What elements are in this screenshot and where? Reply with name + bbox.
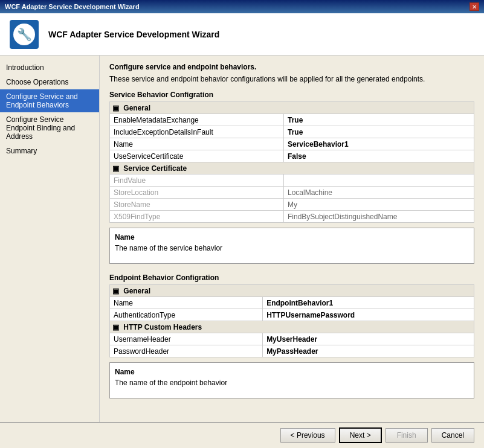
service-cert-label: Service Certificate bbox=[123, 164, 187, 173]
table-row: FindValue bbox=[110, 174, 474, 187]
next-button[interactable]: Next > bbox=[339, 427, 382, 443]
wizard-icon-inner: 🔧 bbox=[13, 24, 35, 45]
content-area: Introduction Choose Operations Configure… bbox=[0, 56, 484, 422]
table-row: AuthenticationType HTTPUsernamePassword bbox=[110, 309, 474, 321]
table-row: EnableMetadataExchange True bbox=[110, 114, 474, 126]
service-behavior-table: ▣ General EnableMetadataExchange True In… bbox=[109, 101, 474, 223]
endpoint-general-header: ▣ General bbox=[110, 285, 474, 297]
close-icon[interactable]: ✕ bbox=[469, 2, 479, 11]
header-title: WCF Adapter Service Development Wizard bbox=[48, 30, 219, 39]
endpoint-behavior-table: ▣ General Name EndpointBehavior1 Authent… bbox=[109, 284, 474, 357]
page-description: These service and endpoint behavior conf… bbox=[109, 75, 474, 83]
key-x509: X509FindType bbox=[110, 211, 284, 223]
endpoint-general-label: General bbox=[123, 287, 150, 295]
page-title: Configure service and endpoint behaviors… bbox=[109, 63, 474, 71]
header-bar: 🔧 WCF Adapter Service Development Wizard bbox=[0, 13, 484, 56]
key-password-header: PasswordHeader bbox=[110, 345, 263, 357]
http-headers-label: HTTP Custom Headers bbox=[123, 323, 202, 331]
service-cert-header: ▣ Service Certificate bbox=[110, 162, 474, 174]
finish-button[interactable]: Finish bbox=[386, 428, 428, 443]
sidebar: Introduction Choose Operations Configure… bbox=[0, 56, 100, 422]
service-behavior-label: Service Behavior Configration bbox=[109, 91, 474, 99]
service-info-title: Name bbox=[115, 233, 469, 242]
endpoint-info-box: Name The name of the endpoint behavior bbox=[109, 362, 474, 398]
table-row: Name EndpointBehavior1 bbox=[110, 297, 474, 309]
table-row: StoreName My bbox=[110, 199, 474, 211]
key-enable-metadata: EnableMetadataExchange bbox=[110, 114, 284, 126]
footer: < Previous Next > Finish Cancel bbox=[0, 422, 484, 448]
key-name-service: Name bbox=[110, 138, 284, 150]
previous-button[interactable]: < Previous bbox=[280, 428, 335, 443]
endpoint-info-text: The name of the endpoint behavior bbox=[115, 379, 469, 387]
collapse-icon[interactable]: ▣ bbox=[112, 104, 119, 112]
sidebar-item-summary[interactable]: Summary bbox=[0, 144, 99, 158]
sidebar-item-configure-endpoint[interactable]: Configure Service Endpoint Binding and A… bbox=[0, 112, 99, 144]
wizard-icon: 🔧 bbox=[10, 20, 39, 49]
val-include-exception: True bbox=[283, 126, 474, 138]
sidebar-item-configure-service[interactable]: Configure Service and Endpoint Behaviors bbox=[0, 89, 99, 112]
key-username-header: UsernameHeader bbox=[110, 333, 263, 345]
sidebar-item-choose-operations[interactable]: Choose Operations bbox=[0, 75, 99, 89]
table-row: StoreLocation LocalMachine bbox=[110, 187, 474, 199]
val-storelocation: LocalMachine bbox=[283, 187, 474, 199]
val-ep-name: EndpointBehavior1 bbox=[263, 297, 474, 309]
val-auth-type: HTTPUsernamePassword bbox=[263, 309, 474, 321]
val-username-header: MyUserHeader bbox=[263, 333, 474, 345]
endpoint-behavior-label: Endpoint Behavior Configration bbox=[109, 274, 474, 282]
main-content: Configure service and endpoint behaviors… bbox=[100, 56, 484, 422]
collapse-icon-http[interactable]: ▣ bbox=[112, 323, 119, 331]
sidebar-item-introduction[interactable]: Introduction bbox=[0, 60, 99, 75]
service-info-text: The name of the service behavior bbox=[115, 244, 469, 252]
service-general-label: General bbox=[123, 104, 150, 112]
title-bar: WCF Adapter Service Development Wizard ✕ bbox=[0, 0, 484, 13]
key-ep-name: Name bbox=[110, 297, 263, 309]
table-row: IncludeExceptionDetailsInFault True bbox=[110, 126, 474, 138]
val-name-service: ServiceBehavior1 bbox=[283, 138, 474, 150]
key-storelocation: StoreLocation bbox=[110, 187, 284, 199]
title-bar-text: WCF Adapter Service Development Wizard bbox=[5, 3, 140, 10]
key-storename: StoreName bbox=[110, 199, 284, 211]
val-enable-metadata: True bbox=[283, 114, 474, 126]
table-row: PasswordHeader MyPassHeader bbox=[110, 345, 474, 357]
endpoint-info-title: Name bbox=[115, 368, 469, 376]
collapse-icon-ep[interactable]: ▣ bbox=[112, 287, 119, 295]
key-include-exception: IncludeExceptionDetailsInFault bbox=[110, 126, 284, 138]
table-row: Name ServiceBehavior1 bbox=[110, 138, 474, 150]
table-row: UsernameHeader MyUserHeader bbox=[110, 333, 474, 345]
service-general-header: ▣ General bbox=[110, 102, 474, 114]
val-use-cert: False bbox=[283, 150, 474, 162]
http-headers-header: ▣ HTTP Custom Headers bbox=[110, 321, 474, 333]
dialog: 🔧 WCF Adapter Service Development Wizard… bbox=[0, 13, 484, 448]
key-findvalue: FindValue bbox=[110, 174, 284, 187]
service-info-box: Name The name of the service behavior bbox=[109, 228, 474, 264]
table-row: X509FindType FindBySubjectDistinguishedN… bbox=[110, 211, 474, 223]
val-x509: FindBySubjectDistinguishedName bbox=[283, 211, 474, 223]
key-auth-type: AuthenticationType bbox=[110, 309, 263, 321]
cancel-button[interactable]: Cancel bbox=[431, 428, 474, 443]
val-findvalue bbox=[283, 174, 474, 187]
val-password-header: MyPassHeader bbox=[263, 345, 474, 357]
key-use-cert: UseServiceCertificate bbox=[110, 150, 284, 162]
collapse-icon-cert[interactable]: ▣ bbox=[112, 164, 119, 173]
table-row: UseServiceCertificate False bbox=[110, 150, 474, 162]
val-storename: My bbox=[283, 199, 474, 211]
